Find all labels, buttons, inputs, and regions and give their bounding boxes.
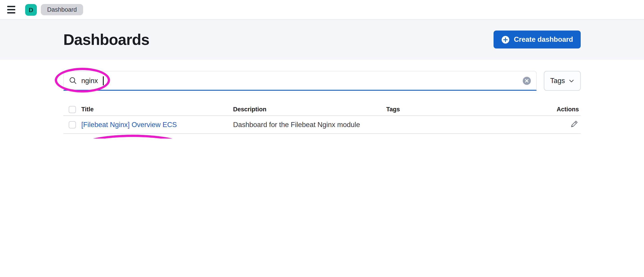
tags-filter-label: Tags: [550, 77, 565, 85]
table-header-row: Title Description Tags Actions: [63, 103, 581, 116]
tags-filter-button[interactable]: Tags: [544, 71, 581, 91]
breadcrumb-dashboard[interactable]: Dashboard: [41, 4, 83, 15]
clear-icon: [523, 76, 531, 85]
column-header-title: Title: [81, 106, 233, 113]
top-navigation-bar: D Dashboard: [0, 0, 644, 20]
space-avatar[interactable]: D: [25, 4, 37, 16]
chevron-down-icon: [568, 78, 574, 84]
create-dashboard-button[interactable]: Create dashboard: [494, 30, 581, 48]
dashboard-link[interactable]: [Filebeat Nginx] Overview ECS: [81, 121, 177, 128]
menu-icon[interactable]: [7, 6, 15, 14]
search-input-value: nginx: [81, 76, 98, 85]
dashboard-description: Dashboard for the Filebeat Nginx module: [233, 119, 386, 130]
search-icon: [69, 77, 77, 84]
column-header-actions: Actions: [545, 106, 581, 113]
table-body: [Filebeat Nginx] Overview ECS Dashboard …: [63, 116, 581, 138]
create-dashboard-label: Create dashboard: [514, 36, 573, 44]
select-all-checkbox[interactable]: [69, 106, 76, 113]
search-row: nginx Tags: [63, 71, 581, 91]
pencil-icon: [570, 120, 578, 128]
plus-in-circle-icon: [501, 35, 510, 44]
dashboards-table: Title Description Tags Actions [Filebeat…: [63, 103, 581, 138]
row-checkbox[interactable]: [69, 121, 76, 128]
edit-button[interactable]: [570, 120, 579, 129]
dashboard-description: Overview dashboard for the Nginx module …: [233, 137, 386, 138]
search-input[interactable]: nginx: [63, 71, 537, 91]
column-header-description: Description: [233, 106, 386, 113]
page-title: Dashboards: [63, 30, 149, 49]
table-row: [Metricbeat Nginx] Overview ECS Overview…: [63, 134, 581, 138]
table-row: [Filebeat Nginx] Overview ECS Dashboard …: [63, 116, 581, 134]
page-header: Dashboards Create dashboard: [0, 20, 644, 60]
clear-search-button[interactable]: [523, 76, 531, 85]
column-header-tags: Tags: [386, 106, 545, 113]
kibana-dashboards-page: D Dashboard Dashboards Create dashboard: [0, 0, 644, 138]
text-cursor: [103, 76, 104, 85]
